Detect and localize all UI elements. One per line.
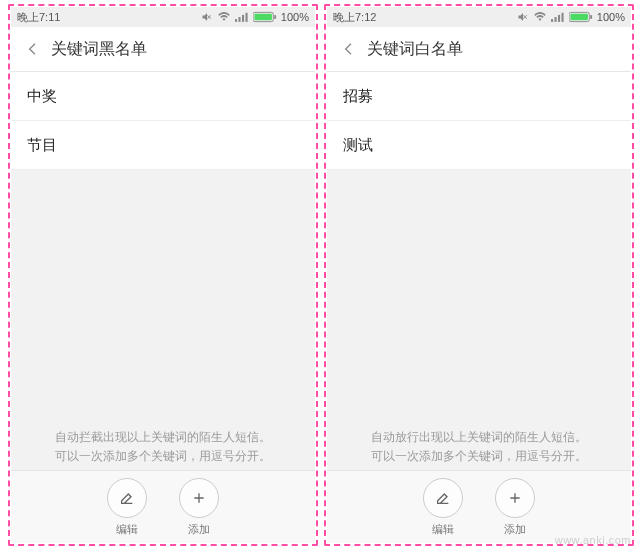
page-title: 关键词白名单 <box>367 39 463 60</box>
hint-line: 自动放行出现以上关键词的陌生人短信。 <box>343 428 615 447</box>
hint-line: 可以一次添加多个关键词，用逗号分开。 <box>27 447 299 466</box>
add-label: 添加 <box>188 522 210 537</box>
page-header: 关键词白名单 <box>327 27 631 72</box>
chevron-left-icon <box>25 41 41 57</box>
list-item[interactable]: 中奖 <box>11 72 315 121</box>
keyword-list: 中奖 节目 <box>11 72 315 170</box>
page-header: 关键词黑名单 <box>11 27 315 72</box>
empty-area <box>11 170 315 422</box>
wifi-icon <box>217 11 231 23</box>
edit-label: 编辑 <box>432 522 454 537</box>
signal-icon <box>235 11 249 23</box>
phone-screen: 晚上7:12 100% 关键词白名单 招募 测试 <box>327 7 631 543</box>
status-bar: 晚上7:12 100% <box>327 7 631 27</box>
edit-button[interactable]: 编辑 <box>107 478 147 537</box>
plus-icon <box>507 490 523 506</box>
list-item[interactable]: 招募 <box>327 72 631 121</box>
battery-percent: 100% <box>281 11 309 23</box>
mute-icon <box>517 11 529 23</box>
status-time: 晚上7:12 <box>333 10 376 25</box>
bottom-bar: 编辑 添加 <box>11 470 315 543</box>
edit-label: 编辑 <box>116 522 138 537</box>
annotation-box: 晚上7:11 100% 关键词黑名单 中奖 节目 <box>8 4 318 546</box>
svg-rect-1 <box>238 17 240 22</box>
annotation-box: 晚上7:12 100% 关键词白名单 招募 测试 <box>324 4 634 546</box>
mute-icon <box>201 11 213 23</box>
bottom-bar: 编辑 添加 <box>327 470 631 543</box>
edit-icon <box>435 490 451 506</box>
hint-line: 自动拦截出现以上关键词的陌生人短信。 <box>27 428 299 447</box>
add-button[interactable]: 添加 <box>179 478 219 537</box>
keyword-list: 招募 测试 <box>327 72 631 170</box>
svg-rect-7 <box>551 19 553 22</box>
add-button[interactable]: 添加 <box>495 478 535 537</box>
back-button[interactable] <box>21 41 45 57</box>
svg-rect-5 <box>254 14 272 20</box>
svg-rect-13 <box>590 15 592 19</box>
list-item[interactable]: 节目 <box>11 121 315 170</box>
edit-button[interactable]: 编辑 <box>423 478 463 537</box>
svg-rect-9 <box>558 15 560 22</box>
hint-text: 自动拦截出现以上关键词的陌生人短信。 可以一次添加多个关键词，用逗号分开。 <box>11 422 315 470</box>
battery-percent: 100% <box>597 11 625 23</box>
wifi-icon <box>533 11 547 23</box>
plus-icon <box>191 490 207 506</box>
canvas: 晚上7:11 100% 关键词黑名单 中奖 节目 <box>0 0 641 552</box>
signal-icon <box>551 11 565 23</box>
phone-screen: 晚上7:11 100% 关键词黑名单 中奖 节目 <box>11 7 315 543</box>
edit-icon <box>119 490 135 506</box>
battery-icon <box>569 11 593 23</box>
add-label: 添加 <box>504 522 526 537</box>
svg-rect-0 <box>235 19 237 22</box>
hint-text: 自动放行出现以上关键词的陌生人短信。 可以一次添加多个关键词，用逗号分开。 <box>327 422 631 470</box>
svg-rect-8 <box>554 17 556 22</box>
empty-area <box>327 170 631 422</box>
svg-rect-10 <box>561 13 563 22</box>
status-time: 晚上7:11 <box>17 10 60 25</box>
svg-rect-12 <box>570 14 588 20</box>
status-bar: 晚上7:11 100% <box>11 7 315 27</box>
chevron-left-icon <box>341 41 357 57</box>
hint-line: 可以一次添加多个关键词，用逗号分开。 <box>343 447 615 466</box>
list-item[interactable]: 测试 <box>327 121 631 170</box>
svg-rect-6 <box>274 15 276 19</box>
svg-rect-3 <box>245 13 247 22</box>
battery-icon <box>253 11 277 23</box>
back-button[interactable] <box>337 41 361 57</box>
page-title: 关键词黑名单 <box>51 39 147 60</box>
svg-rect-2 <box>242 15 244 22</box>
